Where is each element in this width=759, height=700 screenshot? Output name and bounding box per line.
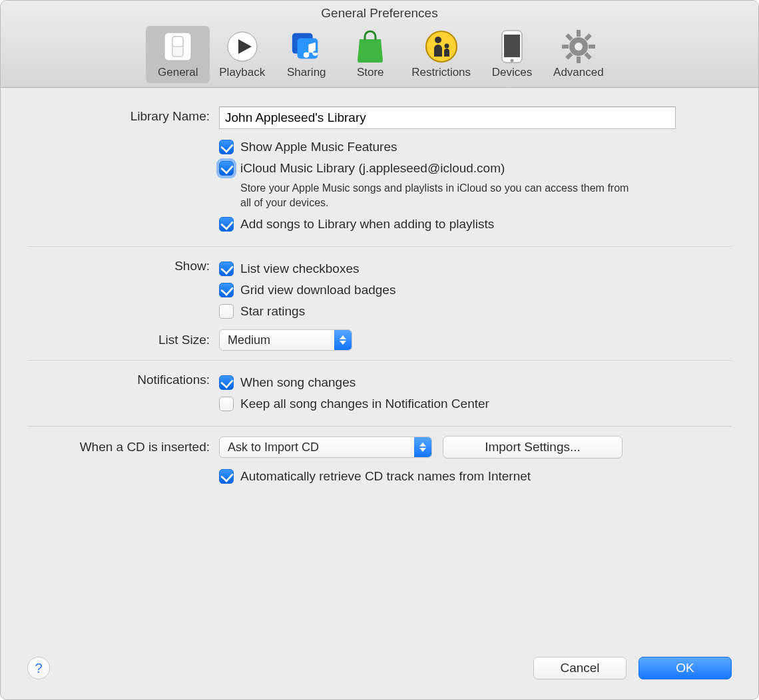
list-view-checkboxes-checkbox[interactable] (219, 262, 234, 276)
list-view-checkboxes-label: List view checkboxes (240, 260, 359, 277)
devices-phone-icon (495, 30, 529, 63)
playback-play-icon (226, 30, 259, 63)
tab-sharing[interactable]: Sharing (274, 26, 338, 83)
notifications-label: Notifications: (27, 370, 219, 387)
list-size-select[interactable]: Medium (219, 329, 352, 351)
tab-store[interactable]: Store (338, 26, 402, 83)
preferences-toolbar: General Playback Sharing (1, 23, 758, 88)
svg-point-12 (511, 59, 514, 63)
library-name-label: Library Name: (27, 106, 219, 124)
list-size-value: Medium (220, 333, 278, 347)
icloud-music-library-label: iCloud Music Library (j.appleseed@icloud… (240, 160, 505, 177)
song-changes-checkbox[interactable] (219, 375, 234, 390)
svg-point-9 (444, 44, 449, 49)
show-apple-music-checkbox[interactable] (219, 140, 234, 154)
select-arrows-icon (334, 330, 352, 350)
svg-rect-15 (577, 57, 581, 63)
svg-rect-16 (562, 45, 569, 49)
tab-label: Playback (219, 66, 265, 79)
svg-rect-18 (584, 33, 591, 41)
divider (27, 360, 732, 361)
footer: ? Cancel OK (1, 641, 758, 699)
svg-point-22 (575, 43, 583, 51)
tab-restrictions[interactable]: Restrictions (402, 26, 480, 83)
tab-general[interactable]: General (146, 26, 210, 83)
svg-rect-20 (565, 33, 573, 41)
svg-rect-14 (577, 30, 581, 37)
tab-label: Devices (492, 66, 532, 79)
svg-marker-25 (419, 442, 426, 446)
cd-action-value: Ask to Import CD (220, 440, 327, 454)
song-changes-label: When song changes (240, 374, 356, 391)
divider (27, 246, 732, 247)
svg-marker-24 (340, 341, 346, 345)
keep-in-notification-center-checkbox[interactable] (219, 397, 234, 411)
svg-rect-11 (504, 35, 520, 57)
list-size-label: List Size: (27, 333, 219, 347)
tab-label: Sharing (287, 66, 326, 79)
show-label: Show: (27, 256, 219, 273)
grid-view-badges-checkbox[interactable] (219, 283, 234, 297)
keep-in-notification-center-label: Keep all song changes in Notification Ce… (240, 395, 489, 413)
tab-label: Advanced (553, 66, 604, 79)
tab-advanced[interactable]: Advanced (544, 26, 613, 83)
sharing-music-icon (290, 30, 323, 63)
star-ratings-checkbox[interactable] (219, 304, 234, 319)
preferences-content: Library Name: Show Apple Music Features … (1, 88, 758, 641)
icloud-music-library-checkbox[interactable] (219, 161, 234, 176)
tab-label: General (158, 66, 198, 79)
when-cd-inserted-label: When a CD is inserted: (27, 440, 219, 454)
window-title: General Preferences (1, 1, 758, 23)
restrictions-parental-icon (425, 30, 458, 63)
svg-marker-23 (340, 335, 346, 339)
select-arrows-icon (414, 437, 431, 457)
store-bag-icon (354, 30, 387, 63)
ok-button[interactable]: OK (638, 657, 732, 679)
cd-action-select[interactable]: Ask to Import CD (219, 437, 432, 458)
svg-rect-19 (565, 52, 573, 59)
library-name-input[interactable] (219, 106, 676, 129)
help-button[interactable]: ? (27, 657, 50, 679)
svg-rect-21 (584, 52, 591, 59)
tab-playback[interactable]: Playback (210, 26, 274, 83)
tab-label: Store (357, 66, 384, 79)
svg-rect-17 (589, 45, 595, 49)
svg-point-8 (435, 37, 441, 43)
icloud-help-text: Store your Apple Music songs and playlis… (240, 181, 640, 210)
svg-rect-2 (172, 37, 183, 47)
divider (27, 426, 732, 427)
show-apple-music-label: Show Apple Music Features (240, 138, 397, 156)
general-switch-icon (161, 30, 194, 63)
cancel-button[interactable]: Cancel (533, 657, 627, 679)
star-ratings-label: Star ratings (240, 303, 305, 320)
help-icon: ? (35, 661, 42, 676)
auto-retrieve-cd-names-label: Automatically retrieve CD track names fr… (240, 468, 531, 485)
tab-devices[interactable]: Devices (480, 26, 544, 83)
grid-view-badges-label: Grid view download badges (240, 281, 395, 299)
auto-retrieve-cd-names-checkbox[interactable] (219, 469, 234, 484)
tab-label: Restrictions (411, 66, 471, 79)
advanced-gear-icon (562, 30, 595, 63)
preferences-window: General Preferences General Playback (0, 0, 759, 700)
import-settings-button[interactable]: Import Settings... (443, 436, 623, 458)
add-songs-to-library-label: Add songs to Library when adding to play… (240, 216, 494, 233)
add-songs-to-library-checkbox[interactable] (219, 217, 234, 232)
svg-marker-26 (419, 448, 426, 452)
